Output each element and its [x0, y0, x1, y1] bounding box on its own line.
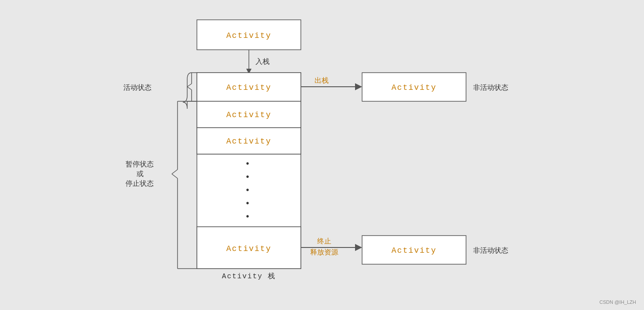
pop-label: 出栈: [315, 77, 329, 85]
dot-2: •: [245, 172, 250, 182]
stack-activity-3: Activity: [226, 137, 271, 146]
top-activity-label: Activity: [226, 31, 271, 40]
push-label: 入栈: [255, 58, 270, 66]
stack-activity-2: Activity: [226, 111, 271, 119]
watermark: CSDN @IH_LZH: [600, 299, 636, 305]
dot-5: •: [245, 212, 250, 222]
paused-state-label-1: 暂停状态: [126, 160, 154, 169]
right-activity-label-bottom: Activity: [392, 246, 437, 255]
stack-label: Activity 栈: [222, 272, 276, 280]
svg-rect-0: [0, 0, 644, 310]
dot-1: •: [245, 159, 250, 169]
dot-4: •: [245, 199, 250, 209]
inactive-state-label-top: 非活动状态: [473, 84, 508, 92]
release-label: 释放资源: [310, 248, 338, 257]
terminate-label: 终止: [317, 237, 331, 246]
stack-activity-1: Activity: [226, 83, 271, 92]
paused-state-label-2: 或: [137, 170, 144, 178]
right-activity-label-top: Activity: [392, 83, 437, 92]
dot-3: •: [245, 185, 250, 196]
paused-state-label-3: 停止状态: [126, 180, 154, 188]
diagram-container: Activity 入栈 Activity Activity Activity •…: [0, 0, 644, 310]
inactive-state-label-bottom: 非活动状态: [473, 247, 508, 255]
stack-activity-bottom: Activity: [226, 244, 271, 253]
active-state-label: 活动状态: [123, 84, 152, 92]
